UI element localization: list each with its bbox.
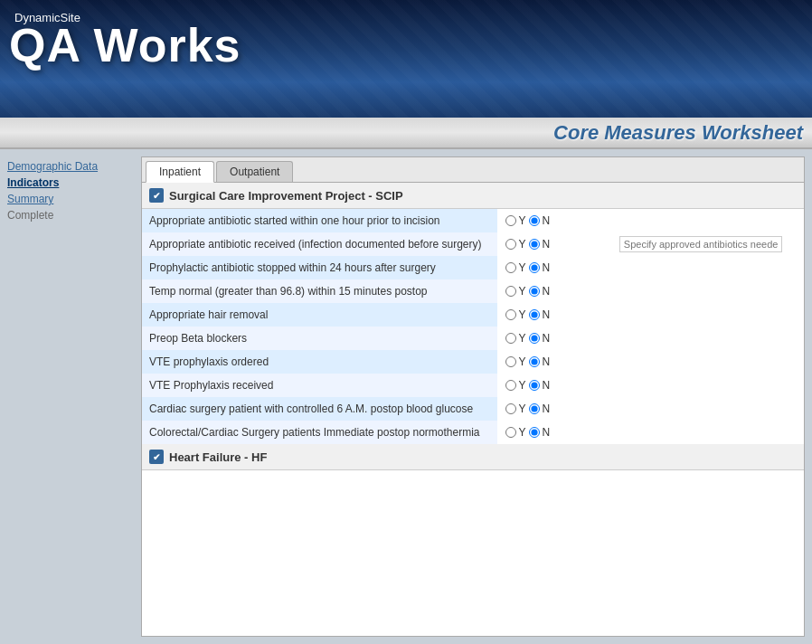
indicator-controls: Y N [497,279,612,303]
radio-n-scip4[interactable] [529,286,540,297]
table-row: Appropriate antibiotic started within on… [142,209,804,232]
tab-outpatient[interactable]: Outpatient [216,161,293,182]
yn-radio-group: Y N [505,238,605,251]
indicator-extra [612,256,804,279]
subtitle-bar: Core Measures Worksheet [0,118,812,149]
radio-y-scip10[interactable] [505,427,516,438]
indicator-label: Temp normal (greater than 96.8) within 1… [142,279,497,303]
radio-n-scip9[interactable] [529,403,540,414]
yn-radio-group: Y N [505,379,605,392]
main-layout: Demographic Data Indicators Summary Comp… [0,149,812,644]
yn-radio-group: Y N [505,285,605,298]
indicator-controls: Y N [497,350,612,374]
indicator-extra [612,350,804,374]
indicator-label: Colorectal/Cardiac Surgery patients Imme… [142,421,497,444]
indicator-extra [612,397,804,421]
indicator-label: Preop Beta blockers [142,327,497,350]
radio-y-scip7[interactable] [505,356,516,367]
indicator-extra[interactable] [612,232,804,256]
radio-n-scip6[interactable] [529,333,540,344]
sidebar: Demographic Data Indicators Summary Comp… [7,156,134,637]
table-row: Colorectal/Cardiac Surgery patients Imme… [142,421,804,444]
indicator-label: Appropriate hair removal [142,303,497,327]
indicator-extra [612,374,804,397]
radio-y-scip1[interactable] [505,215,516,226]
antibiotics-input[interactable] [619,236,782,252]
content-area: Inpatient Outpatient ✔ Surgical Care Imp… [141,156,805,637]
indicator-extra [612,303,804,327]
indicator-controls: Y N [497,256,612,279]
section-hf-header: ✔ Heart Failure - HF [142,444,804,470]
radio-y-scip4[interactable] [505,286,516,297]
yn-radio-group: Y N [505,261,605,274]
radio-y-scip9[interactable] [505,403,516,414]
section-scip-header: ✔ Surgical Care Improvement Project - SC… [142,183,804,209]
radio-n-scip2[interactable] [529,239,540,250]
indicator-controls: Y N [497,397,612,421]
radio-n-scip8[interactable] [529,380,540,391]
table-row: Prophylactic antibiotic stopped within 2… [142,256,804,279]
table-row: Preop Beta blockers Y N [142,327,804,350]
indicator-extra [612,279,804,303]
indicator-label: Appropriate antibiotic received (infecti… [142,232,497,256]
indicator-controls: Y N [497,232,612,256]
indicator-label: Appropriate antibiotic started within on… [142,209,497,232]
table-row: VTE prophylaxis ordered Y N [142,350,804,374]
table-row: Appropriate antibiotic received (infecti… [142,232,804,256]
header: DynamicSite QA Works [0,0,812,118]
tabs-bar: Inpatient Outpatient [142,157,804,183]
table-row: Appropriate hair removal Y N [142,303,804,327]
yn-radio-group: Y N [505,332,605,345]
yn-radio-group: Y N [505,308,605,321]
indicator-label: VTE prophylaxis ordered [142,350,497,374]
section-scip-title: Surgical Care Improvement Project - SCIP [169,189,403,203]
section-scip-icon: ✔ [149,188,164,203]
radio-n-scip7[interactable] [529,356,540,367]
table-row: VTE Prophylaxis received Y N [142,374,804,397]
radio-y-scip8[interactable] [505,380,516,391]
radio-y-scip6[interactable] [505,333,516,344]
indicator-label: VTE Prophylaxis received [142,374,497,397]
page-subtitle: Core Measures Worksheet [553,121,803,145]
yn-radio-group: Y N [505,402,605,415]
radio-n-scip10[interactable] [529,427,540,438]
radio-n-scip1[interactable] [529,215,540,226]
yn-radio-group: Y N [505,426,605,439]
app-title: QA Works [9,18,241,72]
sidebar-item-demographic-data[interactable]: Demographic Data [7,160,134,173]
indicator-label: Cardiac surgery patient with controlled … [142,397,497,421]
indicator-controls: Y N [497,209,612,232]
radio-n-scip5[interactable] [529,309,540,320]
indicator-controls: Y N [497,374,612,397]
indicator-extra [612,209,804,232]
sidebar-item-complete: Complete [7,209,134,222]
radio-y-scip2[interactable] [505,239,516,250]
indicator-controls: Y N [497,303,612,327]
sidebar-item-summary[interactable]: Summary [7,193,134,205]
radio-y-scip3[interactable] [505,262,516,273]
indicator-extra [612,421,804,444]
radio-y-scip5[interactable] [505,309,516,320]
yn-radio-group: Y N [505,214,605,227]
table-row: Temp normal (greater than 96.8) within 1… [142,279,804,303]
indicator-label: Prophylactic antibiotic stopped within 2… [142,256,497,279]
section-hf-title: Heart Failure - HF [169,450,267,464]
table-row: Cardiac surgery patient with controlled … [142,397,804,421]
section-hf-icon: ✔ [149,450,164,464]
indicator-controls: Y N [497,327,612,350]
radio-n-scip3[interactable] [529,262,540,273]
indicator-extra [612,327,804,350]
indicator-controls: Y N [497,421,612,444]
sidebar-item-indicators[interactable]: Indicators [7,176,134,189]
tab-inpatient[interactable]: Inpatient [146,161,214,183]
yn-radio-group: Y N [505,355,605,368]
scip-indicators-table: Appropriate antibiotic started within on… [142,209,804,444]
worksheet[interactable]: ✔ Surgical Care Improvement Project - SC… [142,183,804,636]
